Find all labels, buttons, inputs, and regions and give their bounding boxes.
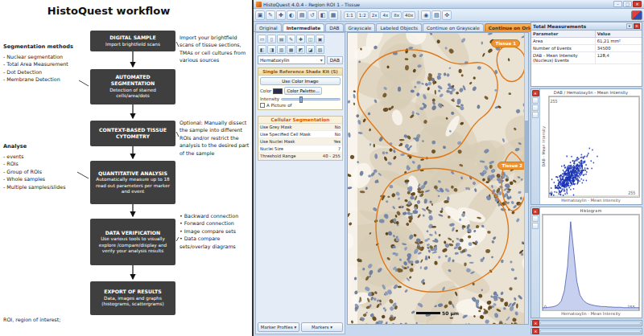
view-tab[interactable]: Continue on Grayscale (423, 23, 484, 31)
color-palette-button[interactable]: Color Palette... (284, 87, 321, 95)
collapsed-panel: ✕ (530, 328, 642, 334)
sidebar-tool-icon[interactable]: ◨ (267, 45, 276, 54)
window-button[interactable]: □ (623, 1, 632, 7)
sidebar-tool-icon[interactable]: ▤ (277, 35, 286, 43)
segmentation-row-label: Use Grey Mask (260, 125, 291, 129)
segmentation-row[interactable]: Use Specified Cell Mask No (258, 131, 342, 138)
flow-box-desc: Use various tools to visually explore /c… (93, 236, 172, 254)
view-tab[interactable]: Original (255, 23, 282, 31)
toolbar-icon[interactable]: ▣ (255, 10, 265, 20)
close-icon[interactable]: ✕ (532, 320, 539, 326)
channel-select[interactable]: Hematoxylin ▾ (258, 55, 325, 64)
use-color-image-button[interactable]: Use Color Image (260, 77, 341, 85)
toolbar-icon[interactable]: ▤ (297, 10, 307, 20)
close-icon[interactable]: ✕ (634, 23, 640, 29)
sidebar-tool-icon[interactable]: ◫ (306, 35, 315, 43)
sidebar-tool-icon[interactable]: ◪ (306, 45, 315, 54)
slider-thumb[interactable] (299, 96, 303, 103)
sidebar-tool-icon[interactable]: ▯ (267, 35, 276, 43)
segmentation-row[interactable]: Threshold Range 40 - 255 (258, 153, 342, 160)
intensity-slider[interactable] (281, 98, 341, 100)
sidebar-tool-icon[interactable]: ▣ (316, 35, 324, 43)
note-item: Membrane Detection (3, 76, 84, 83)
sidebar-tool-icon[interactable]: ✚ (296, 35, 305, 43)
sidebar-tool-icon[interactable]: ◧ (258, 45, 266, 54)
view-tab[interactable]: DAB (325, 23, 343, 31)
measurement-row[interactable]: DAB - Mean Intensity (Nucleus) Events 12… (531, 52, 642, 64)
toolbar-icon[interactable]: ◐ (287, 10, 296, 20)
measurements-table: Parameter Value Area 61,21 mm² Numbe (531, 31, 642, 86)
scattergram-plot[interactable]: 255 0 255 (548, 96, 640, 197)
toolbar-icon[interactable]: ✎ (266, 10, 275, 20)
flow-box-quantitative-analysis: QUANTITATIVE ANALYSIS Automatically meas… (90, 161, 175, 204)
flow-box-export-results: EXPORT OF RESULTS Data, images and graph… (90, 281, 175, 315)
window-button[interactable]: ✕ (633, 1, 642, 7)
toolbar-icon[interactable]: ◉ (421, 10, 431, 20)
histogram-plot[interactable]: 0 255 (542, 214, 640, 311)
toolbar-left-icons: ▣✎✚◐▤↺◧▦ (255, 10, 338, 20)
channel-dab-chip[interactable]: DAB (327, 56, 343, 64)
window-button[interactable]: – (613, 1, 622, 7)
flow-box-desc: Import brightfield scans (93, 42, 172, 47)
toolbar-icon[interactable]: ↺ (308, 10, 317, 20)
panel-tool-icon[interactable] (532, 97, 539, 104)
scattergram-xlabel: Hematoxylin - Mean Intensity (542, 198, 640, 203)
sidebar-tool-icon[interactable]: ◩ (296, 45, 305, 54)
picture-checkbox[interactable] (260, 103, 265, 108)
measurements-title: Total Measurements (533, 24, 625, 29)
zoom-button[interactable]: 4x (380, 11, 390, 19)
panel-tool-icon[interactable] (532, 112, 539, 118)
scattergram-ylabel: DAB - Mean Intensity (542, 96, 548, 197)
zoom-button[interactable]: 8x (391, 11, 402, 19)
collapsed-panel-bar[interactable] (540, 330, 641, 333)
close-icon[interactable]: ✕ (532, 90, 539, 96)
toolbar-icon[interactable]: ▦ (328, 10, 338, 20)
scale-bar: 50 µm (416, 310, 459, 316)
pin-icon[interactable]: ▾ (626, 23, 633, 29)
image-scrollbar[interactable] (524, 33, 528, 324)
segmentation-row[interactable]: Nuclei Size 7 (258, 145, 342, 153)
analyse-note: Analyse eventsROIsGroup of ROIsWhole sam… (3, 143, 84, 191)
view-tab[interactable]: Grayscale (345, 23, 376, 31)
shade-kit-body: Use Color Image Color Color Palette... I… (258, 76, 342, 109)
zoom-button[interactable]: 1:2 (357, 11, 369, 19)
sidebar-tool-icon[interactable]: ✎ (287, 35, 295, 43)
measurement-row[interactable]: Area 61,21 mm² (531, 38, 642, 45)
tissue-1-badge[interactable]: Tissue 1 (491, 39, 520, 47)
shade-kit-header: Single Reference Shade Kit (S) (258, 68, 342, 76)
marker-profiles-button[interactable]: Marker Profiles ▾ (258, 322, 299, 332)
measurement-parameter: Area (531, 38, 596, 44)
markers-button[interactable]: Markers ▾ (301, 322, 343, 332)
view-tab[interactable]: Intermediate (283, 23, 325, 31)
scrollbar-thumb[interactable] (525, 121, 528, 194)
tissue-image[interactable] (348, 33, 529, 325)
segmentation-row[interactable]: Use Grey Mask No (258, 124, 342, 131)
collapsed-panel-bar[interactable] (540, 322, 641, 325)
close-icon[interactable]: ✕ (532, 328, 539, 334)
view-tab[interactable]: Labeled Objects (376, 23, 422, 31)
sidebar-tool-icon[interactable]: ▧ (316, 45, 324, 54)
close-icon[interactable]: ✕ (532, 208, 539, 215)
color-swatch[interactable] (273, 88, 283, 94)
toolbar-icon[interactable]: ✚ (276, 10, 286, 20)
scale-bar-label: 50 µm (442, 310, 459, 316)
segmentation-row[interactable]: Use Nuclei Mask Yes (258, 138, 342, 145)
sidebar-tool-icon[interactable]: ▦ (287, 45, 295, 54)
flow-box-desc: Detection of stained cells/area/dots (93, 88, 172, 100)
segmentation-row-value: 40 - 255 (323, 154, 341, 158)
window-title: HistoQuest 4.0.4 - Region ROI 1 - Tissue (263, 2, 612, 7)
zoom-button[interactable]: 2x (369, 11, 380, 19)
panel-tool-icon[interactable] (532, 223, 539, 229)
zoom-button[interactable]: 40x (402, 11, 415, 19)
sidebar-tool-icon[interactable]: ▥ (277, 45, 286, 54)
panel-tool-icon[interactable] (532, 215, 539, 222)
chevron-down-icon: ▾ (320, 58, 323, 63)
sidebar-tool-icon[interactable]: ▭ (258, 35, 266, 43)
panel-tool-icon[interactable] (532, 104, 539, 111)
zoom-button[interactable]: 1:1 (344, 11, 356, 19)
toolbar-icon[interactable]: ▧ (431, 10, 441, 20)
toolbar-icon[interactable]: ✜ (442, 10, 452, 20)
toolbar-icon[interactable]: ◧ (318, 10, 328, 20)
tissue-2-badge[interactable]: Tissue 2 (497, 162, 526, 170)
measurement-row[interactable]: Number of Events 34500 (531, 45, 642, 52)
